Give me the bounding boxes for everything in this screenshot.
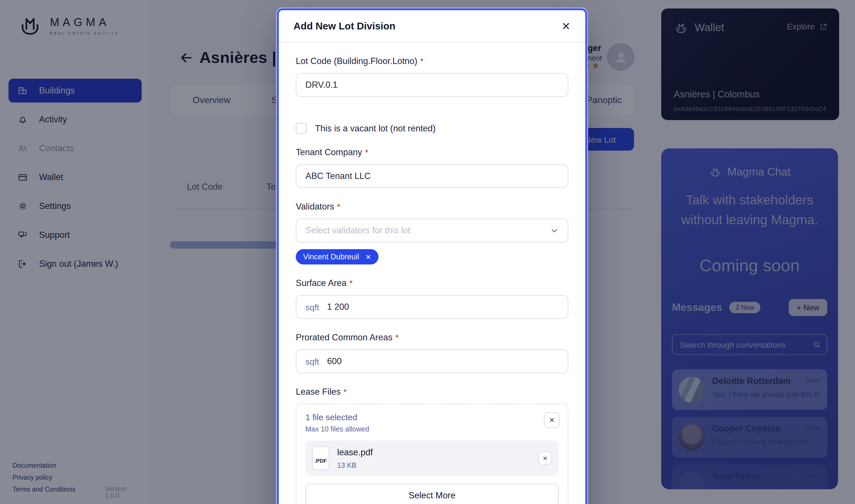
remove-validator-icon[interactable]: ✕ — [365, 253, 371, 261]
unit-prefix-sqft: sqft — [306, 357, 319, 366]
prorated-areas-label-text: Prorated Common Areas — [296, 332, 392, 342]
lot-code-input[interactable] — [296, 73, 568, 97]
modal-title: Add New Lot Division — [294, 20, 396, 32]
unit-prefix-sqft: sqft — [306, 302, 319, 312]
files-selected-count: 1 file selected — [306, 412, 559, 422]
required-mark: * — [349, 278, 353, 288]
surface-area-input[interactable]: sqft — [296, 295, 568, 319]
validators-label-text: Validators — [296, 202, 334, 211]
surface-area-value[interactable] — [327, 302, 395, 312]
vacant-lot-checkbox[interactable] — [296, 123, 307, 134]
surface-area-label: Surface Area* — [296, 278, 568, 288]
surface-area-label-text: Surface Area — [296, 278, 347, 288]
required-mark: * — [337, 202, 341, 211]
lot-code-label: Lot Code (Building.Floor.Lotno)* — [296, 56, 568, 66]
validator-chip: Vincent Dubreuil ✕ — [296, 249, 379, 265]
prorated-areas-input[interactable]: sqft — [296, 349, 568, 373]
prorated-areas-value[interactable] — [327, 356, 395, 366]
prorated-areas-label: Prorated Common Areas* — [296, 332, 568, 343]
file-row: .PDF lease.pdf 13 KB ✕ — [306, 440, 559, 476]
required-mark: * — [420, 56, 423, 66]
validator-chip-name: Vincent Dubreuil — [303, 253, 359, 261]
file-name: lease.pdf — [337, 447, 373, 457]
add-lot-division-modal: Add New Lot Division ✕ Lot Code (Buildin… — [277, 8, 587, 504]
max-files-note: Max 10 files allowed — [306, 425, 559, 433]
chevron-down-icon — [549, 226, 559, 236]
vacant-lot-checkbox-row[interactable]: This is a vacant lot (not rented) — [296, 123, 568, 134]
required-mark: * — [344, 387, 347, 396]
validators-placeholder: Select validators for this lot — [306, 226, 410, 236]
lot-code-label-text: Lot Code (Building.Floor.Lotno) — [296, 56, 417, 66]
lease-files-dropzone[interactable]: 1 file selected Max 10 files allowed ✕ .… — [296, 404, 568, 504]
required-mark: * — [395, 332, 399, 342]
clear-files-button[interactable]: ✕ — [544, 412, 560, 428]
required-mark: * — [365, 147, 368, 157]
app-root: MAGMA REAL ESTATE AGILITY Buildings Acti… — [0, 0, 855, 504]
pdf-file-icon: .PDF — [312, 446, 329, 470]
tenant-company-label: Tenant Company* — [296, 147, 568, 158]
tenant-company-label-text: Tenant Company — [296, 147, 362, 157]
validators-label: Validators* — [296, 202, 568, 212]
validators-select[interactable]: Select validators for this lot — [296, 219, 568, 242]
lease-files-label-text: Lease Files — [296, 387, 341, 396]
select-more-button[interactable]: Select More — [306, 484, 559, 504]
remove-file-button[interactable]: ✕ — [538, 451, 552, 465]
close-icon[interactable]: ✕ — [558, 18, 574, 34]
file-size: 13 KB — [337, 461, 373, 469]
lease-files-label: Lease Files* — [296, 387, 568, 397]
tenant-company-input[interactable] — [296, 164, 568, 188]
vacant-lot-label: This is a vacant lot (not rented) — [315, 123, 436, 133]
